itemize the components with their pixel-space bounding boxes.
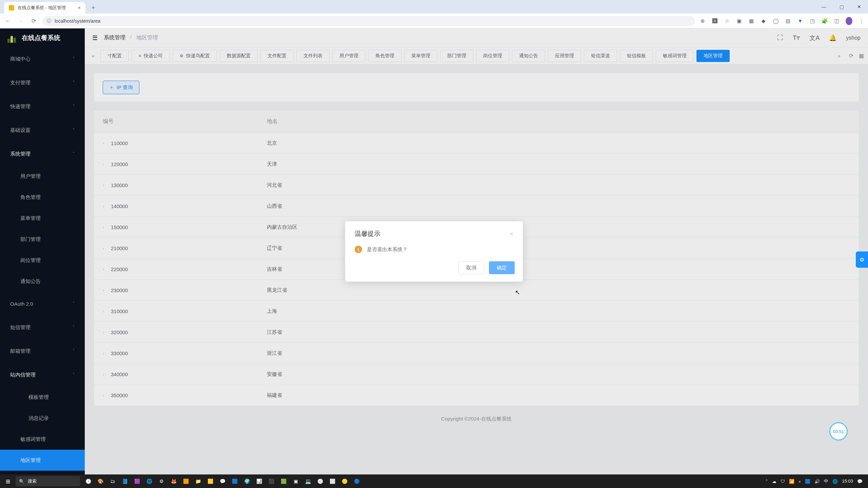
url-text: localhost/system/area	[55, 18, 100, 24]
ext-icon[interactable]: ▦	[748, 18, 755, 24]
recording-timer[interactable]: 03:51	[829, 422, 848, 441]
taskbar-search[interactable]: 🔍 搜索	[16, 476, 80, 486]
taskbar-app-icon[interactable]: 🕒	[83, 476, 93, 486]
close-window-icon[interactable]: ✕	[850, 0, 868, 14]
browser-tab[interactable]: 🍴 在线点餐系统 - 地区管理 ×	[4, 2, 85, 14]
tray-icon[interactable]: 📶	[789, 479, 794, 484]
tray-icon[interactable]: 🌐	[832, 479, 838, 484]
tray-icon[interactable]: 🔊	[814, 479, 820, 484]
ext-icon[interactable]: ◯	[772, 18, 779, 24]
taskbar-app-icon[interactable]: 🎨	[96, 476, 105, 486]
address-field[interactable]: ⓘ localhost/system/area	[42, 16, 695, 26]
tray-icon[interactable]: 🛡	[781, 479, 785, 484]
taskbar-app-icon[interactable]: 📊	[254, 476, 264, 486]
chrome-menu-icon[interactable]: ⋮	[858, 18, 865, 24]
taskbar-app-icon[interactable]: 💻	[303, 476, 313, 486]
ext-icon[interactable]: ◳	[809, 18, 816, 24]
site-info-icon[interactable]: ⓘ	[47, 18, 51, 24]
extensions-icon[interactable]: 🧩	[821, 18, 828, 24]
search-icon: 🔍	[19, 479, 24, 484]
system-tray: ˄ ☁ 🛡 📶 ● 🟦 🔊 中 🌐 15:03 💬	[766, 478, 868, 484]
tab-favicon: 🍴	[9, 5, 14, 11]
taskbar-app-icon[interactable]: 🟩	[279, 476, 288, 486]
taskbar-app-icon[interactable]: 🟨	[205, 476, 215, 486]
taskbar-app-icon[interactable]: ▣	[291, 476, 300, 486]
dialog-title: 温馨提示	[355, 229, 380, 238]
maximize-icon[interactable]: ▢	[833, 0, 850, 14]
reload-icon[interactable]: ⟳	[29, 18, 38, 24]
warning-icon: !	[355, 246, 362, 253]
ext-icon[interactable]: ▼	[797, 18, 804, 24]
side-panel-icon[interactable]: ◫	[833, 18, 840, 24]
taskbar-app-icon[interactable]: ⚙	[157, 476, 166, 486]
tab-title: 在线点餐系统 - 地区管理	[18, 5, 66, 11]
ext-icon[interactable]: ▤	[785, 18, 791, 24]
tray-icon[interactable]: ☁	[772, 479, 776, 484]
taskbar-search-placeholder: 搜索	[28, 478, 37, 484]
taskbar-app-icon[interactable]: 🟪	[132, 476, 142, 486]
taskbar-app-icon[interactable]: 📘	[120, 476, 130, 486]
confirm-button[interactable]: 确定	[489, 261, 515, 274]
taskbar-app-icon[interactable]: 📁	[193, 476, 203, 486]
taskbar-app-icon[interactable]: 🟡	[340, 476, 349, 486]
taskbar-app-icon[interactable]: 🦊	[169, 476, 178, 486]
translate-icon[interactable]: 🅰	[711, 18, 718, 24]
browser-extension-icons: ⊕ 🅰 ☆ ▣ ▦ ◆ ◯ ▤ ▼ ◳ 🧩 ◫ ⋮	[699, 17, 865, 25]
minimize-icon[interactable]: —	[815, 0, 833, 14]
taskbar-app-icon[interactable]: ⚪	[315, 476, 325, 486]
dialog-body: 是否退出本系统？	[367, 246, 408, 253]
taskbar-pinned: 🕒 🎨 🗂 📘 🟪 🌐 ⚙ 🦊 🟧 📁 🟨 💬 🟦 🌍 📊 ⬛ 🟩 ▣ 💻 ⚪ …	[83, 476, 361, 486]
taskbar-app-icon[interactable]: 🟦	[230, 476, 239, 486]
window-controls: — ▢ ✕	[815, 0, 868, 14]
taskbar-app-icon[interactable]: 🌐	[144, 476, 154, 486]
browser-tab-strip: 🍴 在线点餐系统 - 地区管理 × + — ▢ ✕	[0, 0, 868, 14]
profile-avatar[interactable]	[846, 17, 852, 25]
taskbar-app-icon[interactable]: 🌍	[242, 476, 252, 486]
taskbar-app-icon[interactable]: ⬛	[267, 476, 276, 486]
close-tab-icon[interactable]: ×	[78, 5, 81, 11]
taskbar-app-icon[interactable]: 🗂	[108, 476, 117, 486]
ext-icon[interactable]: ▣	[736, 18, 743, 24]
forward-icon[interactable]: →	[16, 18, 25, 24]
ext-icon[interactable]: ◆	[760, 18, 767, 24]
notification-center-icon[interactable]: 💬	[857, 479, 863, 484]
dialog-close-icon[interactable]: ×	[510, 230, 513, 238]
tray-icon[interactable]: ●	[798, 479, 801, 484]
tray-icon[interactable]: 🟦	[805, 479, 810, 484]
tray-ime[interactable]: 中	[824, 478, 828, 484]
taskbar-app-icon[interactable]: ⬜	[328, 476, 337, 486]
windows-taskbar: ⊞ 🔍 搜索 🕒 🎨 🗂 📘 🟪 🌐 ⚙ 🦊 🟧 📁 🟨 💬 🟦 🌍 📊 ⬛ 🟩…	[0, 474, 868, 488]
confirm-dialog: 温馨提示 × ! 是否退出本系统？ 取消 确定	[345, 221, 523, 282]
taskbar-app-icon[interactable]: 🟧	[181, 476, 191, 486]
taskbar-app-icon[interactable]: 💬	[218, 476, 227, 486]
start-button[interactable]: ⊞	[0, 478, 16, 485]
taskbar-app-icon[interactable]: 🔵	[352, 476, 361, 486]
new-tab-button[interactable]: +	[88, 3, 98, 13]
tray-chevron-icon[interactable]: ˄	[766, 479, 768, 484]
cancel-button[interactable]: 取消	[458, 261, 484, 274]
ext-icon[interactable]: ⊕	[699, 18, 706, 24]
browser-address-bar: ← → ⟳ ⓘ localhost/system/area ⊕ 🅰 ☆ ▣ ▦ …	[0, 14, 868, 28]
bookmark-icon[interactable]: ☆	[724, 18, 730, 24]
taskbar-clock[interactable]: 15:03	[842, 479, 853, 484]
theme-settings-button[interactable]: ⚙	[856, 251, 868, 268]
back-icon[interactable]: ←	[3, 18, 12, 24]
